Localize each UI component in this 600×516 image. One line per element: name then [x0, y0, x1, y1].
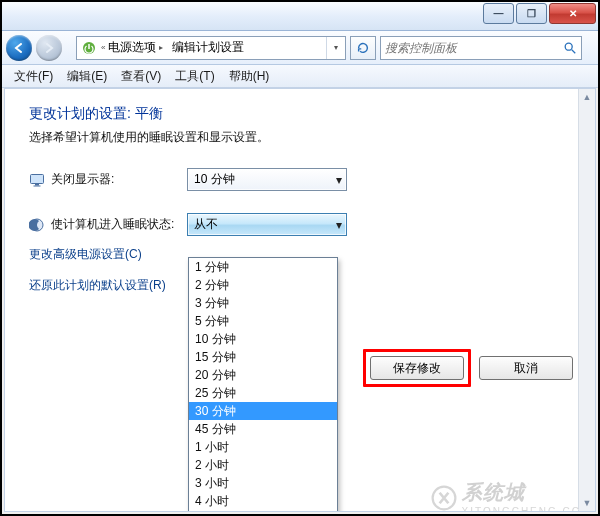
- dropdown-option[interactable]: 4 小时: [189, 492, 337, 510]
- menu-help[interactable]: 帮助(H): [223, 66, 276, 87]
- page-title: 更改计划的设置: 平衡: [29, 105, 571, 123]
- svg-rect-5: [34, 185, 41, 186]
- svg-rect-4: [35, 184, 39, 186]
- save-button-label: 保存修改: [393, 360, 441, 377]
- button-row: 保存修改 取消: [363, 349, 573, 387]
- row-display-off: 关闭显示器: 10 分钟 ▾: [29, 168, 571, 191]
- minimize-icon: —: [494, 8, 504, 19]
- breadcrumb-label: 电源选项: [108, 39, 156, 56]
- watermark-brand: 系统城: [462, 481, 525, 503]
- menu-view[interactable]: 查看(V): [115, 66, 167, 87]
- search-box[interactable]: [380, 36, 582, 60]
- address-dropdown-button[interactable]: ▾: [326, 37, 345, 59]
- sleep-value: 从不: [194, 216, 218, 233]
- svg-point-1: [565, 43, 572, 50]
- maximize-button[interactable]: ❐: [516, 3, 547, 24]
- dropdown-option[interactable]: 25 分钟: [189, 384, 337, 402]
- forward-button[interactable]: [36, 35, 62, 61]
- svg-line-2: [572, 49, 576, 53]
- row-sleep: 使计算机进入睡眠状态: 从不 ▾: [29, 213, 571, 236]
- cancel-button-label: 取消: [514, 360, 538, 377]
- dropdown-option[interactable]: 20 分钟: [189, 366, 337, 384]
- dropdown-option[interactable]: 3 小时: [189, 474, 337, 492]
- dropdown-option[interactable]: 3 分钟: [189, 294, 337, 312]
- menu-bar: 文件(F) 编辑(E) 查看(V) 工具(T) 帮助(H): [2, 65, 598, 88]
- search-input[interactable]: [381, 41, 559, 55]
- menu-file[interactable]: 文件(F): [8, 66, 59, 87]
- moon-icon: [29, 217, 45, 233]
- monitor-icon: [29, 172, 45, 188]
- address-bar[interactable]: « 电源选项 ▸ 编辑计划设置 ▾: [76, 36, 346, 60]
- back-button[interactable]: [6, 35, 32, 61]
- cancel-button[interactable]: 取消: [479, 356, 573, 380]
- menu-edit[interactable]: 编辑(E): [61, 66, 113, 87]
- maximize-icon: ❐: [527, 8, 536, 19]
- sleep-combo[interactable]: 从不 ▾: [187, 213, 347, 236]
- watermark-logo-icon: [430, 484, 458, 512]
- dropdown-option[interactable]: 2 分钟: [189, 276, 337, 294]
- dropdown-option[interactable]: 45 分钟: [189, 420, 337, 438]
- breadcrumb-item-edit-plan[interactable]: 编辑计划设置: [169, 37, 250, 59]
- content-pane: ▲ ▼ 更改计划的设置: 平衡 选择希望计算机使用的睡眠设置和显示设置。 关闭显…: [4, 88, 596, 512]
- breadcrumb-item-power-options[interactable]: 电源选项 ▸: [105, 37, 169, 59]
- chevron-down-icon: ▾: [336, 218, 342, 232]
- sleep-label: 使计算机进入睡眠状态:: [51, 216, 187, 233]
- chevron-down-icon: ▾: [334, 43, 338, 52]
- watermark: 系统城 XITONGCHENG.CC: [430, 479, 582, 512]
- highlight-box: 保存修改: [363, 349, 471, 387]
- sleep-dropdown-list[interactable]: 1 分钟2 分钟3 分钟5 分钟10 分钟15 分钟20 分钟25 分钟30 分…: [188, 257, 338, 512]
- dropdown-option[interactable]: 1 小时: [189, 438, 337, 456]
- minimize-button[interactable]: —: [483, 3, 514, 24]
- power-options-icon: [80, 39, 98, 57]
- window-frame: — ❐ ✕ « 电源选项 ▸ 编辑计划设置 ▾: [0, 0, 600, 516]
- forward-arrow-icon: [44, 43, 54, 53]
- save-button[interactable]: 保存修改: [370, 356, 464, 380]
- close-icon: ✕: [569, 8, 577, 19]
- watermark-domain: XITONGCHENG.CC: [462, 506, 582, 512]
- back-arrow-icon: [14, 43, 24, 53]
- refresh-icon: [356, 41, 370, 55]
- dropdown-option[interactable]: 5 分钟: [189, 312, 337, 330]
- dropdown-option[interactable]: 5 小时: [189, 510, 337, 512]
- chevron-down-icon: ▾: [336, 173, 342, 187]
- display-off-label: 关闭显示器:: [51, 171, 187, 188]
- dropdown-option[interactable]: 30 分钟: [189, 402, 337, 420]
- display-off-combo[interactable]: 10 分钟 ▾: [187, 168, 347, 191]
- page-subtitle: 选择希望计算机使用的睡眠设置和显示设置。: [29, 129, 571, 146]
- search-icon[interactable]: [559, 41, 581, 55]
- breadcrumb-label: 编辑计划设置: [172, 39, 244, 56]
- titlebar: — ❐ ✕: [2, 2, 598, 31]
- dropdown-option[interactable]: 15 分钟: [189, 348, 337, 366]
- refresh-button[interactable]: [350, 36, 376, 60]
- dropdown-option[interactable]: 2 小时: [189, 456, 337, 474]
- display-off-value: 10 分钟: [194, 171, 235, 188]
- svg-rect-3: [31, 174, 44, 183]
- dropdown-option[interactable]: 10 分钟: [189, 330, 337, 348]
- menu-tools[interactable]: 工具(T): [169, 66, 220, 87]
- nav-row: « 电源选项 ▸ 编辑计划设置 ▾: [2, 31, 598, 65]
- window-controls: — ❐ ✕: [481, 3, 596, 24]
- dropdown-option[interactable]: 1 分钟: [189, 258, 337, 276]
- chevron-right-icon: ▸: [159, 43, 163, 52]
- close-button[interactable]: ✕: [549, 3, 596, 24]
